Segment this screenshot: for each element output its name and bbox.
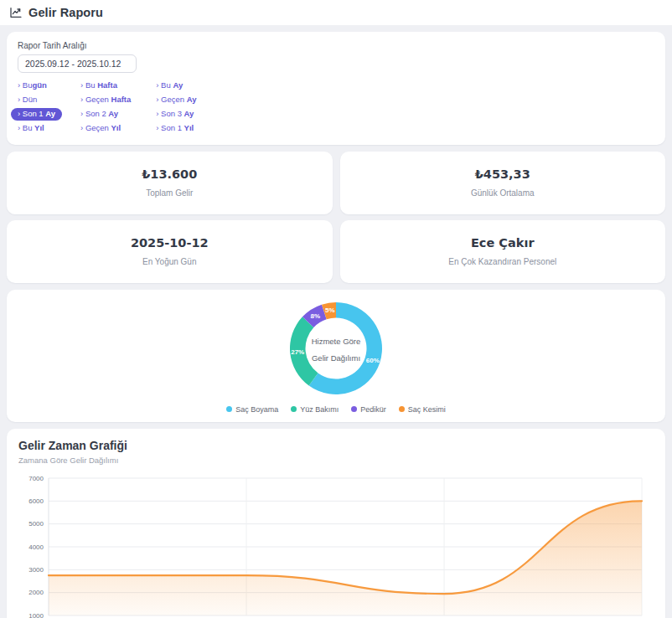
quick-range-bu-hafta[interactable]: › Bu Hafta (74, 80, 137, 92)
stat-card-top-earner: Ece Çakır En Çok Kazandıran Personel (340, 220, 666, 283)
donut-legend: Saç BoyamaYüz BakımıPedikürSaç Kesimi (226, 405, 446, 414)
chart-subtitle: Zamana Göre Gelir Dağılımı (18, 456, 654, 465)
donut-slice-percent: 27% (291, 348, 304, 356)
legend-dot (399, 406, 405, 412)
quick-range-links: › Bugün› Dün› Son 1 Ay› Bu Yıl› Bu Hafta… (11, 80, 204, 135)
legend-item-yuz-bakimi[interactable]: Yüz Bakımı (291, 405, 339, 414)
stat-card-busiest-day: 2025-10-12 En Yoğun Gün (7, 220, 333, 283)
stat-card-total-revenue: ₺13.600 Toplam Gelir (7, 152, 333, 214)
y-axis-label: 3000 (28, 566, 44, 574)
quick-range-son-1-yil[interactable]: › Son 1 Yıl (149, 122, 203, 135)
quick-range-bugun[interactable]: › Bugün (11, 80, 62, 92)
y-axis-label: 1000 (28, 611, 44, 618)
quick-range-son-1-ay[interactable]: › Son 1 Ay (11, 108, 62, 121)
legend-item-pedikur[interactable]: Pedikür (351, 405, 386, 414)
quick-range-gecen-hafta[interactable]: › Geçen Hafta (74, 94, 137, 106)
legend-label: Saç Boyama (235, 405, 278, 414)
donut-slice-percent: 60% (366, 356, 380, 363)
chart-title: Gelir Zaman Grafiği (18, 439, 654, 452)
quick-range-gecen-ay[interactable]: › Geçen Ay (149, 94, 203, 106)
stats-grid: ₺13.600 Toplam Gelir ₺453,33 Günlük Orta… (7, 152, 665, 283)
donut-center-text: Gelir Dağılımı (312, 353, 360, 363)
date-range-input[interactable] (18, 54, 137, 73)
quick-range-son-3-ay[interactable]: › Son 3 Ay (149, 108, 203, 121)
report-filter-card: Rapor Tarih Aralığı › Bugün› Dün› Son 1 … (7, 32, 665, 145)
trend-chart-icon (9, 6, 23, 19)
app-header: Gelir Raporu (0, 0, 672, 25)
donut-slice-percent: 5% (325, 306, 335, 314)
page-title: Gelir Raporu (28, 6, 103, 19)
y-axis-label: 2000 (28, 589, 44, 596)
donut-slice-percent: 8% (311, 312, 321, 319)
quick-range-gecen-yil[interactable]: › Geçen Yıl (74, 122, 137, 135)
service-revenue-donut-card: 60%27%8%5%Hizmete GöreGelir Dağılımı Saç… (7, 290, 665, 422)
stat-value: ₺13.600 (142, 167, 197, 181)
y-axis-label: 6000 (28, 497, 44, 505)
quick-range-son-2-ay[interactable]: › Son 2 Ay (74, 108, 137, 121)
stat-value: Ece Çakır (471, 236, 535, 250)
date-range-label: Rapor Tarih Aralığı (18, 41, 654, 50)
legend-label: Saç Kesimi (408, 405, 446, 414)
legend-item-sac-boyama[interactable]: Saç Boyama (226, 405, 278, 414)
y-axis-label: 5000 (28, 520, 44, 528)
legend-label: Pedikür (360, 405, 386, 414)
revenue-area-fill (49, 501, 642, 615)
legend-dot (291, 406, 297, 412)
quick-range-bu-ay[interactable]: › Bu Ay (149, 80, 203, 92)
stat-label: En Çok Kazandıran Personel (448, 257, 556, 266)
legend-dot (226, 406, 232, 412)
stat-label: Toplam Gelir (146, 188, 193, 198)
legend-dot (351, 406, 357, 412)
stat-label: Günlük Ortalama (471, 188, 535, 198)
revenue-time-chart-card: Gelir Zaman Grafiği Zamana Göre Gelir Da… (7, 429, 665, 618)
revenue-line-chart: 100020003000400050006000700010-0910-1010… (18, 471, 654, 618)
legend-label: Yüz Bakımı (300, 405, 339, 414)
stat-value: ₺453,33 (475, 167, 530, 181)
donut-chart: 60%27%8%5%Hizmete GöreGelir Dağılımı (269, 297, 403, 401)
quick-range-dun[interactable]: › Dün (11, 94, 62, 106)
y-axis-label: 4000 (28, 543, 44, 550)
y-axis-label: 7000 (28, 474, 44, 482)
donut-center-text: Hizmete Göre (312, 337, 361, 346)
quick-range-bu-yil[interactable]: › Bu Yıl (11, 122, 62, 135)
legend-item-sac-kesimi[interactable]: Saç Kesimi (399, 405, 446, 414)
stat-value: 2025-10-12 (131, 236, 209, 250)
stat-label: En Yoğun Gün (142, 257, 197, 266)
stat-card-daily-average: ₺453,33 Günlük Ortalama (340, 152, 666, 214)
